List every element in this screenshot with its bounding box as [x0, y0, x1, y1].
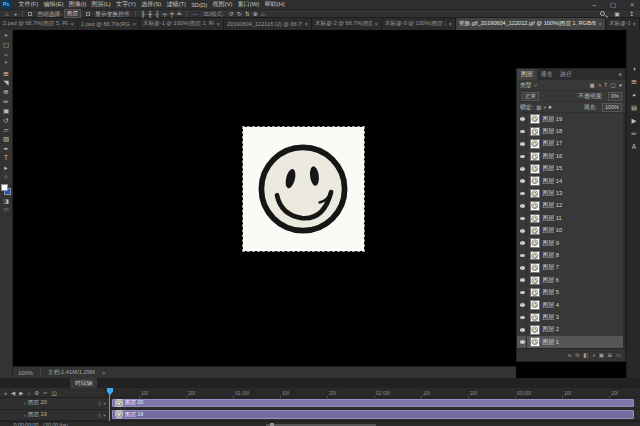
filter-smart-icon[interactable]: ● — [619, 82, 622, 88]
close-tab-icon[interactable]: × — [632, 21, 636, 27]
visibility-eye-icon[interactable] — [520, 328, 525, 332]
layer-thumbnail[interactable] — [530, 201, 540, 211]
type-tool[interactable]: T — [0, 153, 13, 162]
crop-tool[interactable]: ⊞ — [0, 69, 13, 78]
visibility-eye-icon[interactable] — [520, 142, 525, 146]
document-tab-7[interactable]: 未标题-1.psd @ 100%(图层 15× — [606, 18, 640, 30]
menu-item-5[interactable]: 选择(S) — [139, 0, 164, 9]
layer-effects-icon[interactable]: fx — [575, 352, 579, 358]
visibility-eye-icon[interactable] — [520, 130, 525, 134]
zoom-level[interactable]: 100% — [18, 370, 33, 376]
status-chevron-icon[interactable]: > — [102, 370, 105, 376]
more-options-icon[interactable]: ⋯ — [192, 10, 198, 18]
character-panel-icon[interactable]: A — [627, 140, 640, 153]
adjustment-layer-icon[interactable]: ◑ — [592, 352, 595, 358]
document-tab-0[interactable]: 2.psd @ 66.7%(图层 5, RGB/8)× — [0, 18, 78, 30]
eraser-tool[interactable]: ▱ — [0, 125, 13, 134]
menu-item-1[interactable]: 编辑(E) — [41, 0, 66, 9]
search-icon[interactable] — [600, 11, 605, 16]
layer-thumbnail[interactable] — [530, 276, 540, 286]
3d-slide-icon[interactable]: ⊕ — [253, 10, 258, 18]
document-tab-6[interactable]: 笑脸.gif_20190604_122012.gif @ 100%(图层 1, … — [456, 18, 606, 30]
video-toggle-icon[interactable]: ▯ — [98, 400, 101, 406]
transition-button[interactable]: ◫ — [52, 388, 57, 398]
fill-value[interactable]: 100% — [602, 103, 622, 112]
visibility-eye-icon[interactable] — [520, 303, 525, 307]
layer-row[interactable]: 图层 12 — [517, 200, 625, 212]
track-header[interactable]: ›图层 19▯+ — [0, 410, 110, 421]
layer-thumbnail[interactable] — [530, 164, 540, 174]
lock-position-icon[interactable]: + — [543, 104, 546, 110]
visibility-eye-icon[interactable] — [520, 217, 525, 221]
auto-select-checkbox[interactable] — [28, 12, 32, 16]
layer-thumbnail[interactable] — [530, 238, 540, 248]
layer-row[interactable]: 图层 6 — [517, 274, 625, 286]
visibility-eye-icon[interactable] — [520, 266, 525, 270]
layer-thumbnail[interactable] — [530, 176, 540, 186]
layer-row[interactable]: 图层 15 — [517, 163, 625, 175]
document-tab-3[interactable]: 20190604_122116 (2) @ 66.7%× — [224, 18, 312, 30]
menu-item-8[interactable]: 视图(V) — [210, 0, 235, 9]
3d-rotate-icon[interactable]: ↺ — [229, 10, 234, 18]
layer-mask-icon[interactable]: ◧ — [583, 352, 588, 358]
lock-all-icon[interactable]: ■ — [548, 104, 551, 110]
mute-button[interactable]: ♪ — [28, 388, 31, 398]
menu-item-9[interactable]: 窗口(W) — [235, 0, 262, 9]
audio-toggle-icon[interactable]: + — [103, 400, 106, 406]
filter-type-icon[interactable]: T — [604, 82, 607, 88]
play-button[interactable]: ▶ — [19, 388, 23, 398]
3d-roll-icon[interactable]: ↻ — [237, 10, 242, 18]
document-tab-2[interactable]: 未标题-1 @ 100%(图层 1, RGB/8)× — [140, 18, 224, 30]
tab-layers[interactable]: 图层 — [517, 69, 537, 80]
visibility-eye-icon[interactable] — [520, 254, 525, 258]
eyedropper-tool[interactable]: ◥ — [0, 78, 13, 87]
settings-button[interactable]: ⚙ — [34, 388, 39, 398]
magic-wand-tool[interactable]: * — [0, 59, 13, 68]
clone-stamp-tool[interactable]: ▣ — [0, 106, 13, 115]
menu-item-7[interactable]: 3D(D) — [189, 2, 210, 8]
close-tab-icon[interactable]: × — [598, 21, 602, 27]
align-left-icon[interactable]: ╟ — [141, 10, 145, 18]
panel-menu-icon[interactable]: ≡ — [619, 69, 625, 80]
visibility-eye-icon[interactable] — [520, 155, 525, 159]
link-layers-icon[interactable]: ∞ — [568, 352, 572, 358]
history-brush-tool[interactable]: ↺ — [0, 116, 13, 125]
close-button[interactable]: × — [630, 0, 634, 9]
visibility-eye-icon[interactable] — [520, 179, 525, 183]
screen-mode-icon[interactable]: ▭ — [0, 205, 13, 213]
move-tool[interactable]: + — [0, 31, 13, 40]
track-expand-icon[interactable]: › — [24, 412, 26, 418]
layer-row[interactable]: 图层 16 — [517, 150, 625, 162]
layer-row[interactable]: 图层 8 — [517, 249, 625, 261]
close-tab-icon[interactable]: × — [448, 21, 452, 27]
zoom-out-icon[interactable]: ▴ — [258, 422, 261, 426]
timeline-ruler[interactable]: 10f20f01:00f10f20f02:00f10f20f03:00f10f2… — [104, 388, 640, 398]
minimize-button[interactable]: – — [592, 0, 596, 9]
video-clip[interactable]: 图层 20 — [112, 399, 634, 408]
gradient-tool[interactable]: ▨ — [0, 134, 13, 143]
document-tab-1[interactable]: 1.psd @ 66.7%(RGB/8)× — [78, 18, 140, 30]
layer-thumbnail[interactable] — [530, 226, 540, 236]
close-tab-icon[interactable]: × — [70, 21, 74, 27]
audio-toggle-icon[interactable]: + — [103, 412, 106, 418]
track-header[interactable]: ›图层 20▯+ — [0, 398, 110, 409]
layer-thumbnail[interactable] — [530, 313, 540, 323]
layer-row[interactable]: 图层 14 — [517, 175, 625, 187]
home-icon[interactable]: ⌂ — [5, 10, 9, 18]
layer-row[interactable]: 图层 5 — [517, 286, 625, 298]
tab-channels[interactable]: 通道 — [537, 69, 557, 80]
layer-thumbnail[interactable] — [530, 251, 540, 261]
lasso-tool[interactable]: ∽ — [0, 50, 13, 59]
layer-row[interactable]: 图层 17 — [517, 138, 625, 150]
close-tab-icon[interactable]: × — [304, 21, 308, 27]
align-middle-icon[interactable]: ╪ — [170, 10, 174, 18]
prev-frame-button[interactable]: ◀ — [11, 388, 15, 398]
document-tab-5[interactable]: 未标题-3 @ 100%(图层 1, RGB/8)× — [382, 18, 456, 30]
delete-layer-icon[interactable]: ▭ — [616, 352, 621, 358]
visibility-eye-icon[interactable] — [520, 316, 525, 320]
layer-thumbnail[interactable] — [530, 127, 540, 137]
track-expand-icon[interactable]: › — [24, 400, 26, 406]
filter-shape-icon[interactable]: ▢ — [610, 82, 615, 88]
menu-item-3[interactable]: 图层(L) — [89, 0, 114, 9]
menu-item-2[interactable]: 图像(I) — [66, 0, 89, 9]
